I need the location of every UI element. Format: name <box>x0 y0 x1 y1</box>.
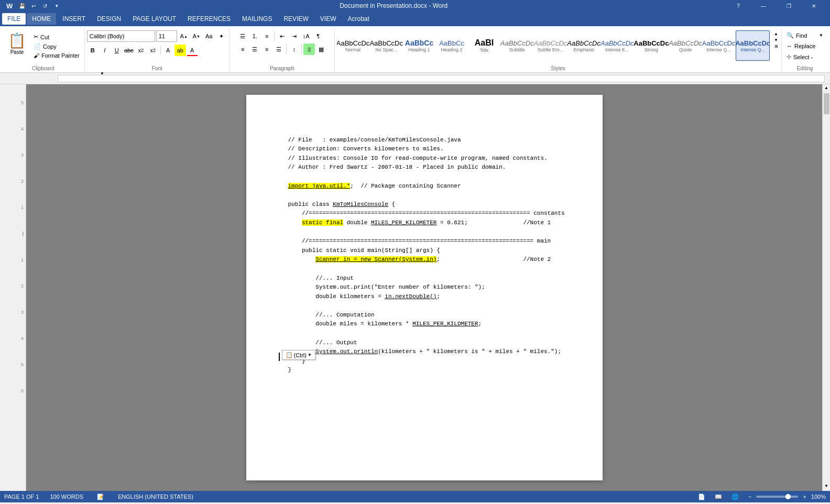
multilevel-button[interactable]: ≡ <box>261 30 272 42</box>
clear-formatting-button[interactable]: ✦ <box>216 30 227 42</box>
help-button[interactable]: ? <box>726 0 750 12</box>
style-intense-em[interactable]: AaBbCcDc Intense E... <box>601 30 634 61</box>
style-intense-q2[interactable]: AaBbCcDc Intense Q... <box>736 30 770 61</box>
find-icon: 🔍 <box>787 32 794 39</box>
menu-home[interactable]: HOME <box>27 13 56 25</box>
align-center-button[interactable]: ☰ <box>249 43 260 55</box>
read-mode-button[interactable]: 📖 <box>712 492 725 501</box>
replace-button[interactable]: ↔ Replace <box>784 41 826 51</box>
decrease-indent-button[interactable]: ⇤ <box>276 30 288 42</box>
styles-scroll-up[interactable]: ▲ <box>773 30 779 37</box>
paste-ctrl-text: (Ctrl) <box>294 352 307 358</box>
font-increase-button[interactable]: A▲ <box>178 30 190 42</box>
bold-button[interactable]: B <box>87 45 99 56</box>
quick-access-save[interactable]: 💾 <box>18 2 26 10</box>
menu-acrobat[interactable]: Acrobat <box>342 13 374 25</box>
text-highlight-button[interactable]: ab <box>174 45 186 56</box>
style-normal-label: Normal <box>345 47 361 52</box>
document-area[interactable]: // File : examples/console/KmToMilesCons… <box>26 84 822 491</box>
code-line-main: public static void main(String[] args) { <box>288 247 440 254</box>
zoom-in-button[interactable]: + <box>800 492 809 501</box>
copy-button[interactable]: 📄 Copy <box>31 42 82 51</box>
styles-scroll-down[interactable]: ▼ <box>773 37 779 43</box>
style-strong[interactable]: AaBbCcDc Strong <box>635 30 669 61</box>
ruler-marker[interactable]: ▼ <box>100 71 104 76</box>
cut-button[interactable]: ✂ Cut <box>31 32 82 41</box>
font-size-input[interactable] <box>156 30 177 42</box>
code-line-println: System.out.println(kilometers + " kilome… <box>288 348 562 355</box>
quick-access-more[interactable]: ▼ <box>52 2 61 10</box>
styles-more-button[interactable]: ⊞ <box>773 43 779 49</box>
show-marks-button[interactable]: ¶ <box>312 30 324 42</box>
menu-review[interactable]: REVIEW <box>278 13 313 25</box>
strikethrough-button[interactable]: abc <box>123 45 135 56</box>
find-button[interactable]: 🔍 Find ▼ <box>784 30 826 40</box>
print-layout-button[interactable]: 📄 <box>695 492 708 501</box>
menu-insert[interactable]: INSERT <box>57 13 91 25</box>
quick-access-redo[interactable]: ↺ <box>41 2 49 10</box>
zoom-slider[interactable] <box>756 496 798 498</box>
menu-page-layout[interactable]: PAGE LAYOUT <box>127 13 181 25</box>
menu-view[interactable]: VIEW <box>315 13 342 25</box>
menu-mailings[interactable]: MAILINGS <box>237 13 277 25</box>
right-scrollbar[interactable]: ▲ ▼ <box>822 84 830 491</box>
increase-indent-button[interactable]: ⇥ <box>288 30 300 42</box>
scroll-thumb[interactable] <box>824 93 829 114</box>
subscript-button[interactable]: x2 <box>135 45 147 56</box>
copy-label: Copy <box>43 43 57 50</box>
language-info[interactable]: ENGLISH (UNITED STATES) <box>115 492 196 501</box>
numbering-button[interactable]: 1. <box>249 30 260 42</box>
scroll-down-button[interactable]: ▼ <box>824 484 828 488</box>
text-effects-button[interactable]: A <box>162 45 174 56</box>
align-right-button[interactable]: ≡ <box>261 43 272 55</box>
style-quote[interactable]: AaBbCcDc Quote <box>669 30 702 61</box>
style-intense-em-preview: AaBbCcDc <box>600 39 634 47</box>
font-name-input[interactable] <box>87 30 155 42</box>
miles-per-km: MILES_PER_KILOMETER <box>412 321 478 327</box>
justify-button[interactable]: ☰ <box>273 43 285 55</box>
word-count[interactable]: 100 WORDS <box>47 492 86 501</box>
style-subtle-em-label: Subtle Em... <box>538 47 563 52</box>
code-line-class: public class KmToMilesConsole { <box>288 201 396 207</box>
web-layout-button[interactable]: 🌐 <box>729 492 741 501</box>
style-heading2[interactable]: AaBbCc Heading 2 <box>436 30 467 61</box>
class-name: KmToMilesConsole <box>333 201 388 207</box>
font-decrease-button[interactable]: A▼ <box>191 30 202 42</box>
bullets-button[interactable]: ☰ <box>237 30 248 42</box>
style-heading1[interactable]: AaBbCc Heading 1 <box>403 30 435 61</box>
sort-button[interactable]: ↕A <box>300 30 312 42</box>
scroll-up-button[interactable]: ▲ <box>823 84 829 91</box>
minimize-button[interactable]: — <box>751 0 776 12</box>
close-button[interactable]: ✕ <box>802 0 826 12</box>
maximize-button[interactable]: ❐ <box>777 0 801 12</box>
title-bar-left: W 💾 ↩ ↺ ▼ <box>4 2 61 10</box>
menu-references[interactable]: REFERENCES <box>182 13 236 25</box>
menu-design[interactable]: DESIGN <box>92 13 126 25</box>
style-normal[interactable]: AaBbCcDc Normal <box>337 30 369 61</box>
style-emphasis[interactable]: AaBbCcDc Emphasis <box>567 30 600 61</box>
italic-button[interactable]: I <box>99 45 111 56</box>
line-spacing-button[interactable]: ↕ <box>288 43 300 55</box>
style-title[interactable]: AaBI Title <box>468 30 500 61</box>
paste-smart-tag[interactable]: 📋 (Ctrl) ▼ <box>282 350 315 360</box>
quick-access-undo[interactable]: ↩ <box>29 2 38 10</box>
borders-button[interactable]: ▦ <box>315 43 327 55</box>
copy-icon: 📄 <box>34 43 41 50</box>
style-subtle-em[interactable]: AaBbCcDc Subtle Em... <box>534 30 567 61</box>
format-painter-button[interactable]: 🖌 Format Painter <box>31 51 82 60</box>
change-case-button[interactable]: Aa <box>203 30 215 42</box>
style-intense-q[interactable]: AaBbCcDc Intense Q... <box>703 30 735 61</box>
zoom-out-button[interactable]: − <box>746 492 754 501</box>
paste-button[interactable]: 📋 Paste <box>4 30 30 57</box>
align-left-button[interactable]: ≡ <box>237 43 248 55</box>
spell-check-icon[interactable]: 📝 <box>94 492 107 501</box>
style-subtitle[interactable]: AaBbCcDc Subtitle <box>501 30 533 61</box>
underline-button[interactable]: U <box>111 45 123 56</box>
style-no-spacing[interactable]: AaBbCcDc No Spac... <box>370 30 402 61</box>
font-color-button[interactable]: A <box>187 45 198 56</box>
select-button[interactable]: ⊹ Select - <box>784 52 826 62</box>
menu-file[interactable]: FILE <box>2 13 26 25</box>
superscript-button[interactable]: x2 <box>147 45 159 56</box>
shading-button[interactable]: ▒ <box>303 43 315 55</box>
window-controls: ? — ❐ ✕ <box>726 0 826 12</box>
